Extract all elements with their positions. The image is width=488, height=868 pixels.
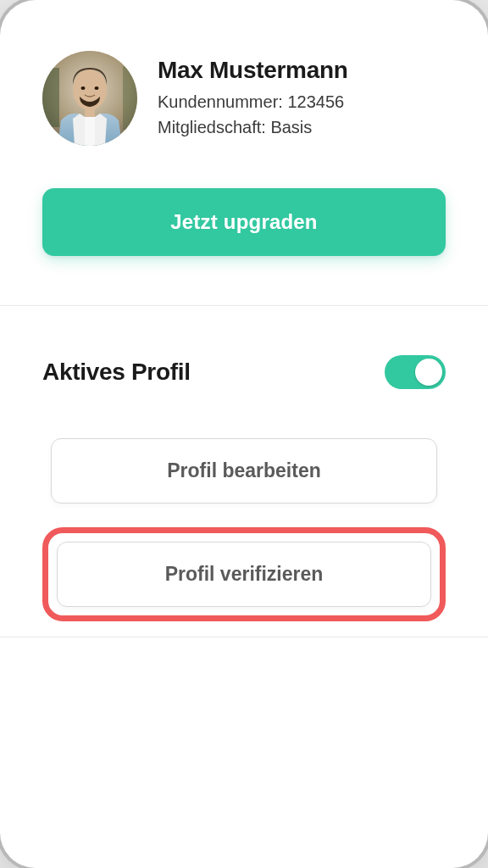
edit-profile-wrap: Profil bearbeiten <box>42 430 446 512</box>
customer-number: Kundennummer: 123456 <box>158 89 446 114</box>
membership-tier: Mitgliedschaft: Basis <box>158 114 446 140</box>
svg-rect-1 <box>42 68 59 127</box>
verify-profile-button[interactable]: Profil verifizieren <box>57 542 431 607</box>
svg-rect-6 <box>85 107 95 117</box>
profile-name: Max Mustermann <box>158 57 446 84</box>
active-profile-section-header: Aktives Profil <box>42 355 446 389</box>
toggle-knob <box>415 359 442 386</box>
upgrade-button[interactable]: Jetzt upgraden <box>42 188 446 256</box>
verify-profile-highlight: Profil verifizieren <box>42 527 446 621</box>
bottom-divider <box>0 637 488 637</box>
profile-header: Max Mustermann Kundennummer: 123456 Mitg… <box>42 51 446 146</box>
svg-point-4 <box>81 86 86 90</box>
avatar-image <box>42 51 137 146</box>
svg-point-5 <box>95 86 99 90</box>
edit-profile-button[interactable]: Profil bearbeiten <box>51 438 437 504</box>
section-title: Aktives Profil <box>42 359 191 386</box>
active-profile-toggle[interactable] <box>385 355 446 389</box>
avatar[interactable] <box>42 51 137 146</box>
svg-rect-2 <box>123 66 137 130</box>
device-frame: Max Mustermann Kundennummer: 123456 Mitg… <box>0 0 488 868</box>
profile-info: Max Mustermann Kundennummer: 123456 Mitg… <box>158 57 446 140</box>
divider <box>0 305 488 306</box>
